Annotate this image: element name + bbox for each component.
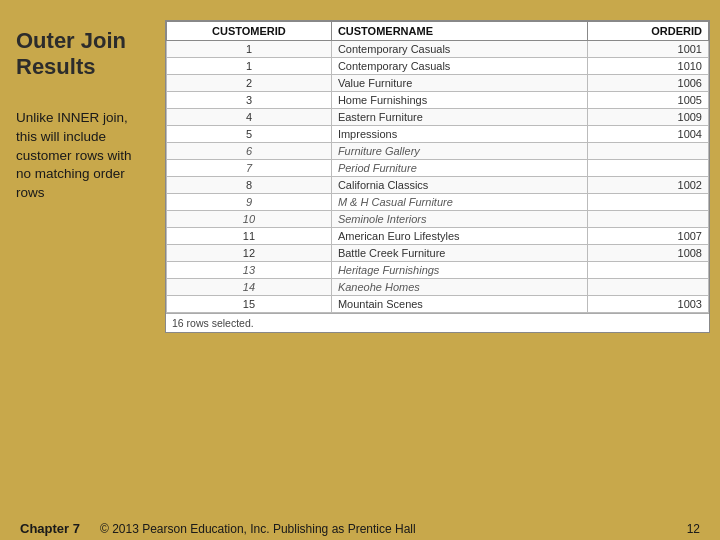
- cell-customerid: 2: [167, 75, 332, 92]
- cell-customerid: 1: [167, 41, 332, 58]
- table-row: 14Kaneohe Homes: [167, 279, 709, 296]
- col-header-customername: CUSTOMERNAME: [331, 22, 587, 41]
- cell-customerid: 9: [167, 194, 332, 211]
- cell-orderid: 1010: [587, 58, 708, 75]
- table-header-row: CUSTOMERID CUSTOMERNAME ORDERID: [167, 22, 709, 41]
- cell-customerid: 6: [167, 143, 332, 160]
- table-row: 3Home Furnishings1005: [167, 92, 709, 109]
- description-box: Unlike INNER join, this will include cus…: [10, 101, 155, 211]
- left-panel: Outer Join Results Unlike INNER join, th…: [10, 20, 155, 211]
- cell-customername: Contemporary Casuals: [331, 41, 587, 58]
- cell-customername: M & H Casual Furniture: [331, 194, 587, 211]
- cell-orderid: 1002: [587, 177, 708, 194]
- cell-customername: Heritage Furnishings: [331, 262, 587, 279]
- cell-customerid: 7: [167, 160, 332, 177]
- cell-orderid: 1003: [587, 296, 708, 313]
- cell-customername: Value Furniture: [331, 75, 587, 92]
- cell-customername: California Classics: [331, 177, 587, 194]
- cell-customername: Mountain Scenes: [331, 296, 587, 313]
- data-table: CUSTOMERID CUSTOMERNAME ORDERID 1Contemp…: [166, 21, 709, 313]
- cell-customerid: 10: [167, 211, 332, 228]
- table-row: 13Heritage Furnishings: [167, 262, 709, 279]
- cell-customerid: 13: [167, 262, 332, 279]
- table-row: 4Eastern Furniture1009: [167, 109, 709, 126]
- footer-chapter: Chapter 7: [20, 521, 80, 536]
- table-row: 7Period Furniture: [167, 160, 709, 177]
- table-row: 1Contemporary Casuals1001: [167, 41, 709, 58]
- table-panel: CUSTOMERID CUSTOMERNAME ORDERID 1Contemp…: [165, 20, 710, 333]
- slide-title: Outer Join Results: [16, 28, 149, 81]
- cell-customerid: 11: [167, 228, 332, 245]
- cell-orderid: 1009: [587, 109, 708, 126]
- cell-customername: Impressions: [331, 126, 587, 143]
- table-row: 11American Euro Lifestyles1007: [167, 228, 709, 245]
- cell-customername: Home Furnishings: [331, 92, 587, 109]
- footer: Chapter 7 © 2013 Pearson Education, Inc.…: [10, 515, 710, 540]
- cell-customerid: 5: [167, 126, 332, 143]
- cell-orderid: 1004: [587, 126, 708, 143]
- cell-orderid: 1008: [587, 245, 708, 262]
- cell-orderid: 1007: [587, 228, 708, 245]
- footer-copyright: © 2013 Pearson Education, Inc. Publishin…: [100, 522, 416, 536]
- cell-customerid: 14: [167, 279, 332, 296]
- footer-page: 12: [687, 522, 700, 536]
- cell-orderid: 1006: [587, 75, 708, 92]
- cell-customername: Eastern Furniture: [331, 109, 587, 126]
- cell-customerid: 12: [167, 245, 332, 262]
- cell-orderid: [587, 160, 708, 177]
- slide-description: Unlike INNER join, this will include cus…: [16, 109, 149, 203]
- cell-customerid: 8: [167, 177, 332, 194]
- cell-orderid: 1001: [587, 41, 708, 58]
- cell-orderid: [587, 194, 708, 211]
- table-row: 9M & H Casual Furniture: [167, 194, 709, 211]
- cell-customerid: 4: [167, 109, 332, 126]
- cell-customername: Period Furniture: [331, 160, 587, 177]
- cell-customername: Battle Creek Furniture: [331, 245, 587, 262]
- cell-customername: Kaneohe Homes: [331, 279, 587, 296]
- row-count-label: 16 rows selected.: [166, 313, 709, 332]
- slide-container: Outer Join Results Unlike INNER join, th…: [0, 0, 720, 540]
- table-row: 5Impressions1004: [167, 126, 709, 143]
- cell-orderid: [587, 279, 708, 296]
- cell-orderid: [587, 262, 708, 279]
- main-content: Outer Join Results Unlike INNER join, th…: [10, 10, 710, 515]
- table-row: 15Mountain Scenes1003: [167, 296, 709, 313]
- cell-customerid: 1: [167, 58, 332, 75]
- table-row: 2Value Furniture1006: [167, 75, 709, 92]
- col-header-customerid: CUSTOMERID: [167, 22, 332, 41]
- cell-customername: Contemporary Casuals: [331, 58, 587, 75]
- table-row: 8California Classics1002: [167, 177, 709, 194]
- cell-customername: Seminole Interiors: [331, 211, 587, 228]
- cell-customername: Furniture Gallery: [331, 143, 587, 160]
- cell-orderid: 1005: [587, 92, 708, 109]
- col-header-orderid: ORDERID: [587, 22, 708, 41]
- cell-orderid: [587, 211, 708, 228]
- title-box: Outer Join Results: [10, 20, 155, 89]
- cell-customerid: 3: [167, 92, 332, 109]
- table-row: 6Furniture Gallery: [167, 143, 709, 160]
- table-row: 12Battle Creek Furniture1008: [167, 245, 709, 262]
- cell-customername: American Euro Lifestyles: [331, 228, 587, 245]
- table-row: 1Contemporary Casuals1010: [167, 58, 709, 75]
- cell-customerid: 15: [167, 296, 332, 313]
- cell-orderid: [587, 143, 708, 160]
- table-row: 10Seminole Interiors: [167, 211, 709, 228]
